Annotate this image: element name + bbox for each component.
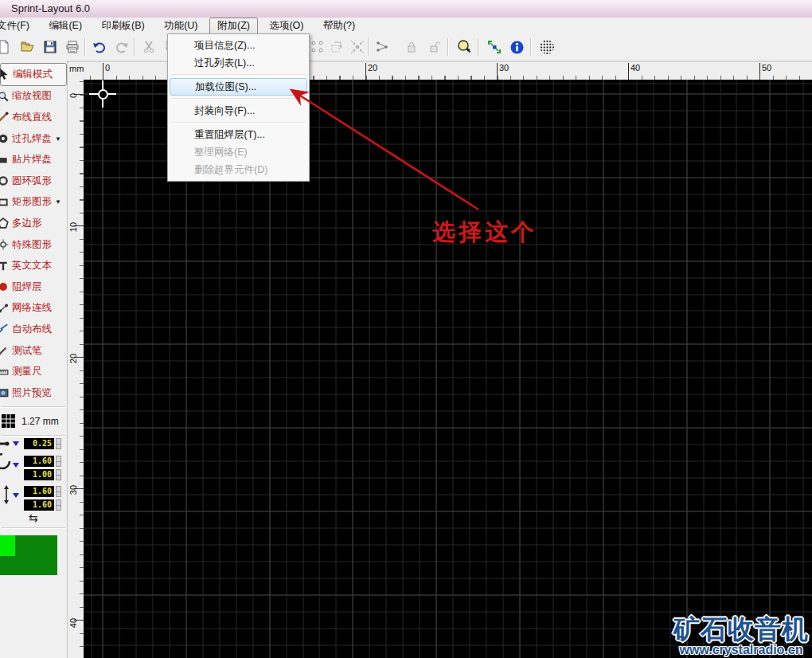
pad-size-dropdown-icon[interactable] <box>13 463 19 468</box>
converge-icon <box>350 40 365 54</box>
print-button[interactable] <box>62 37 83 57</box>
open-folder-icon <box>21 40 35 54</box>
menu-item-via-list[interactable]: 过孔列表(L)... <box>168 54 309 72</box>
tool-circle-arc[interactable]: 圆环弧形 <box>0 170 67 192</box>
tool-rectangle[interactable]: 矩形图形 ▼ <box>0 192 67 213</box>
tool-net-connection[interactable]: 网络连线 <box>0 298 67 319</box>
menu-item-tidy-net: 整理网络(E) <box>168 143 309 161</box>
grid-value-label: 1.27 mm <box>21 416 59 427</box>
watermark: 矿石收音机 www.crystalradio.cn <box>670 614 812 658</box>
swap-values-icon[interactable]: ⇆ <box>29 511 38 524</box>
tool-edit-mode[interactable]: 编辑模式 <box>0 63 67 86</box>
redo-button[interactable] <box>111 37 132 57</box>
info-icon <box>509 40 525 55</box>
vertical-ruler: 0 10 20 30 40 <box>68 80 84 658</box>
info-button[interactable] <box>506 37 527 57</box>
window-title: Sprint-Layout 6.0 <box>11 2 90 14</box>
connect-button[interactable] <box>373 37 393 57</box>
menu-separator <box>171 122 306 123</box>
pad-outer-spinner[interactable] <box>56 456 61 467</box>
cursor-icon <box>0 69 10 80</box>
save-button[interactable] <box>40 37 61 57</box>
grid-setting[interactable]: 1.27 mm <box>0 410 67 433</box>
cut-icon <box>142 40 156 54</box>
tool-photo-preview[interactable]: 照片预览 <box>0 382 67 404</box>
smd-size-dropdown-icon[interactable] <box>13 493 19 498</box>
tool-measure-ruler[interactable]: 测量尺 <box>0 361 67 382</box>
track-width-spinner[interactable] <box>56 438 61 449</box>
test-probe-icon <box>0 345 10 356</box>
tool-via-pad[interactable]: 过孔焊盘 ▼ <box>0 128 67 150</box>
track-width-dropdown-icon[interactable] <box>13 441 19 446</box>
menubar-item-edit[interactable]: 编辑(E) <box>41 18 90 35</box>
menubar-item-file[interactable]: 文件(F) <box>0 18 37 35</box>
menubar-item-help[interactable]: 帮助(?) <box>315 18 363 35</box>
connect-icon <box>376 40 390 54</box>
menu-separator <box>171 74 306 76</box>
pad-outer-field[interactable]: 1.60 <box>24 456 54 467</box>
h-ruler-label: 30 <box>497 63 509 73</box>
tool-solder-mask[interactable]: 阻焊层 <box>0 276 67 298</box>
track-width-icon <box>0 440 10 448</box>
grid-icon <box>2 414 15 428</box>
toolbar-separator <box>478 38 479 56</box>
lock-button[interactable] <box>401 37 422 57</box>
h-ruler-label: 40 <box>628 63 640 73</box>
origin-marker-circle <box>98 89 108 100</box>
new-document-button[interactable] <box>0 37 14 57</box>
smd-width-spinner[interactable] <box>56 486 61 497</box>
sidebar-divider <box>2 435 65 437</box>
h-ruler-label: 20 <box>365 63 377 73</box>
annotation-text: 选择这个 <box>432 217 537 249</box>
magnifier-icon <box>0 91 10 102</box>
cut-button[interactable] <box>139 37 159 57</box>
pad-inner-field[interactable]: 1.00 <box>24 469 54 480</box>
v-ruler-label: 0 <box>68 90 78 101</box>
toolbar-separator <box>368 38 369 56</box>
footprint-preview-highlight <box>0 535 15 556</box>
text-icon <box>0 260 10 272</box>
open-button[interactable] <box>18 37 38 57</box>
menu-item-reset-solder-mask[interactable]: 重置阻焊层(T)... <box>168 126 309 143</box>
rotate-button[interactable] <box>326 37 347 57</box>
menu-item-footprint-wizard[interactable]: 封装向导(F)... <box>168 102 309 119</box>
snap-button[interactable] <box>484 37 505 57</box>
circle-arc-icon <box>0 175 10 186</box>
menubar-item-board[interactable]: 印刷板(B) <box>94 18 153 35</box>
smd-height-field[interactable]: 1.60 <box>24 499 54 511</box>
unlock-icon <box>427 40 441 54</box>
watermark-title: 矿石收音机 <box>673 616 809 642</box>
track-width-field[interactable]: 0.25 <box>24 438 54 449</box>
rectangle-icon <box>0 197 10 208</box>
undo-button[interactable] <box>89 37 110 57</box>
menubar-item-extras[interactable]: 附加(Z) <box>209 18 258 35</box>
chevron-down-icon[interactable]: ▼ <box>55 135 61 143</box>
tool-trace-line[interactable]: 布线直线 <box>0 107 67 128</box>
smd-height-spinner[interactable] <box>56 499 61 511</box>
tool-polygon[interactable]: 多边形 <box>0 213 67 234</box>
trace-line-icon <box>0 112 10 123</box>
footprint-preview <box>0 535 57 575</box>
new-document-icon <box>0 40 11 54</box>
raster-view-button[interactable] <box>537 37 557 57</box>
zoom-button[interactable] <box>454 37 474 57</box>
tool-autoroute[interactable]: 自动布线 <box>0 319 67 340</box>
chevron-down-icon[interactable]: ▼ <box>55 198 61 206</box>
converge-button[interactable] <box>347 37 368 57</box>
menubar-item-options[interactable]: 选项(O) <box>261 18 311 35</box>
h-ruler-label: 50 <box>759 63 771 73</box>
pad-inner-spinner[interactable] <box>56 469 61 480</box>
menu-item-load-bitmap[interactable]: 加载位图(S)... <box>170 78 307 96</box>
unlock-button[interactable] <box>424 37 444 57</box>
menu-item-delete-outside: 删除超界元件(D) <box>168 161 309 178</box>
group-button[interactable] <box>307 37 328 57</box>
tool-zoom-view[interactable]: 缩放视图 <box>0 86 67 108</box>
menu-item-project-info[interactable]: 项目信息(Z)... <box>168 37 309 54</box>
tool-special-shape[interactable]: 特殊图形 <box>0 234 67 256</box>
menubar-item-functions[interactable]: 功能(U) <box>156 18 205 35</box>
tool-test-probe[interactable]: 测试笔 <box>0 340 67 362</box>
smd-width-field[interactable]: 1.60 <box>24 486 54 497</box>
menu-bar: 文件(F) 编辑(E) 印刷板(B) 功能(U) 附加(Z) 选项(O) 帮助(… <box>0 18 812 34</box>
tool-smd-pad[interactable]: 贴片焊盘 <box>0 149 67 170</box>
tool-text[interactable]: 英文文本 <box>0 255 67 276</box>
